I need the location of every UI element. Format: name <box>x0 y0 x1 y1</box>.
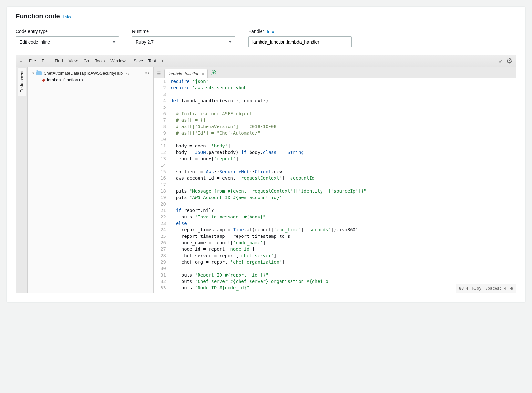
gear-icon[interactable]: ⚙ <box>510 285 513 292</box>
code-line[interactable]: node_name = report['node_name'] <box>169 239 266 246</box>
code-line[interactable]: report_timestamp = report_timestamp.to_s <box>169 233 290 239</box>
line-number: 14 <box>154 162 169 168</box>
menu-view[interactable]: View <box>69 58 78 63</box>
code-line[interactable]: puts "Message from #{event['requestConte… <box>169 188 366 194</box>
status-spaces: Spaces: 4 <box>486 285 506 292</box>
code-line[interactable]: report = body['report'] <box>169 156 239 162</box>
collapse-tree-icon[interactable]: ▲ <box>16 55 26 67</box>
tree-file-row[interactable]: ◆ lambda_function.rb <box>30 76 151 83</box>
ruby-icon: ◆ <box>42 77 45 82</box>
line-number: 31 <box>154 272 169 278</box>
line-number: 27 <box>154 246 169 252</box>
line-number: 18 <box>154 188 169 194</box>
menu-window[interactable]: Window <box>110 58 125 63</box>
code-line[interactable]: require 'aws-sdk-securityhub' <box>169 85 249 91</box>
line-number: 12 <box>154 149 169 156</box>
line-number: 19 <box>154 194 169 201</box>
menu-edit[interactable]: Edit <box>42 58 49 63</box>
code-line[interactable]: puts "Invalid message: #{body}" <box>169 214 266 220</box>
code-line[interactable]: shclient = Aws::SecurityHub::Client.new <box>169 168 282 175</box>
editor-status-bar: 88:4 Ruby Spaces: 4 ⚙ <box>456 284 516 293</box>
folder-icon <box>36 71 42 75</box>
section-title: Function code <box>16 13 60 20</box>
code-line[interactable] <box>169 181 170 188</box>
menu-tools[interactable]: Tools <box>95 58 105 63</box>
code-line[interactable]: chef_server = report['chef_server'] <box>169 252 277 259</box>
editor-tab[interactable]: lambda_function × <box>164 69 208 78</box>
line-number: 24 <box>154 227 169 233</box>
line-number: 9 <box>154 130 169 136</box>
line-number: 8 <box>154 123 169 130</box>
code-line[interactable] <box>169 136 170 143</box>
runtime-select[interactable]: Ruby 2.7 <box>132 36 235 47</box>
save-button[interactable]: Save <box>134 58 143 63</box>
test-button[interactable]: Test <box>148 58 156 63</box>
editor-tab-label: lambda_function <box>169 71 199 76</box>
line-number: 25 <box>154 233 169 239</box>
code-entry-select[interactable]: Edit code inline <box>16 36 119 47</box>
code-line[interactable]: puts "AWS Account ID #{aws_account_id}" <box>169 194 282 201</box>
code-line[interactable]: node_id = report['node_id'] <box>169 246 255 252</box>
code-line[interactable]: def lambda_handler(event:, context:) <box>169 97 268 104</box>
gear-icon[interactable]: ⚙▾ <box>144 71 149 75</box>
handler-info-link[interactable]: Info <box>267 29 274 34</box>
code-line[interactable]: chef_org = report['chef_organization'] <box>169 259 285 265</box>
code-line[interactable]: report_timestamp = Time.at(report['end_t… <box>169 227 358 233</box>
line-number: 17 <box>154 181 169 188</box>
chevron-down-icon <box>229 41 232 43</box>
line-number: 4 <box>154 97 169 104</box>
runtime-label: Runtime <box>132 29 235 34</box>
sidebar-tab-environment[interactable]: Environment <box>18 67 26 96</box>
line-number: 28 <box>154 252 169 259</box>
line-number: 5 <box>154 104 169 110</box>
code-line[interactable] <box>169 104 170 110</box>
code-line[interactable]: puts "Chef server #{chef_server} organis… <box>169 278 328 285</box>
line-number: 2 <box>154 85 169 91</box>
line-number: 3 <box>154 91 169 97</box>
status-language: Ruby <box>472 285 482 292</box>
code-line[interactable] <box>169 201 170 207</box>
line-number: 16 <box>154 175 169 181</box>
info-link[interactable]: Info <box>63 15 71 19</box>
menu-find[interactable]: Find <box>55 58 63 63</box>
code-line[interactable]: aws_account_id = event['requestContext']… <box>169 175 320 181</box>
tab-list-icon[interactable]: ☰ <box>157 71 161 76</box>
line-number: 23 <box>154 220 169 227</box>
line-number: 10 <box>154 136 169 143</box>
line-number: 21 <box>154 207 169 214</box>
test-dropdown-icon[interactable]: ▼ <box>161 59 164 63</box>
code-line[interactable]: else <box>169 220 187 227</box>
line-number: 22 <box>154 214 169 220</box>
code-line[interactable] <box>169 162 170 168</box>
line-number: 29 <box>154 259 169 265</box>
chevron-down-icon: ▼ <box>32 72 35 75</box>
project-name: ChefAutomateDataTapToAWSSecurityHub <box>44 71 123 76</box>
handler-input-wrap <box>248 36 352 47</box>
code-line[interactable]: require 'json' <box>169 78 209 85</box>
code-line[interactable]: puts "Node ID #{node_id}" <box>169 285 249 291</box>
editor-menubar: File Edit Find View Go Tools Window <box>26 55 129 67</box>
line-number: 30 <box>154 265 169 272</box>
code-line[interactable]: body = event['body'] <box>169 143 230 149</box>
code-line[interactable] <box>169 265 170 272</box>
handler-input[interactable] <box>252 39 348 45</box>
add-tab-icon[interactable]: + <box>211 70 216 75</box>
close-icon[interactable]: × <box>202 72 204 76</box>
line-number: 33 <box>154 285 169 291</box>
code-line[interactable]: if report.nil? <box>169 207 214 214</box>
code-line[interactable]: body = JSON.parse(body) if body.class ==… <box>169 149 304 156</box>
code-line[interactable]: puts "Report ID #{report['id']}" <box>169 272 268 278</box>
fullscreen-icon[interactable]: ⤢ <box>499 58 502 64</box>
code-line[interactable]: # asff['SchemaVersion'] = '2018-10-08' <box>169 123 279 130</box>
code-line[interactable]: # asff['Id'] = "Chef-Automate/" <box>169 130 260 136</box>
cursor-position: 88:4 <box>459 285 468 292</box>
menu-file[interactable]: File <box>29 58 36 63</box>
code-line[interactable]: # Initialise our ASFF object <box>169 110 252 117</box>
code-line[interactable] <box>169 91 170 97</box>
line-number: 20 <box>154 201 169 207</box>
code-line[interactable]: # asff = {} <box>169 117 206 123</box>
gear-icon[interactable]: ⚙ <box>506 57 513 65</box>
code-textarea[interactable]: 1require 'json'2require 'aws-sdk-securit… <box>154 78 516 293</box>
menu-go[interactable]: Go <box>84 58 89 63</box>
tree-project-row[interactable]: ▼ ChefAutomateDataTapToAWSSecurityHub - … <box>30 70 151 76</box>
